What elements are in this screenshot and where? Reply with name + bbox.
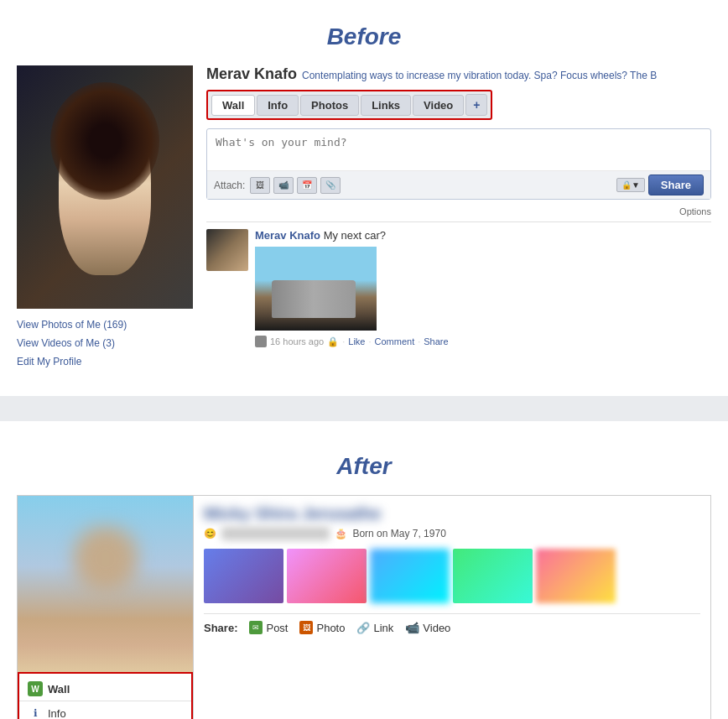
attach-label: Attach: xyxy=(214,180,245,191)
before-title: Before xyxy=(17,8,711,59)
photo-thumb-4[interactable] xyxy=(453,549,533,603)
attach-video-icon[interactable]: 📹 xyxy=(273,177,294,194)
view-photos-link[interactable]: View Photos of Me (169) xyxy=(17,315,193,334)
photos-strip xyxy=(204,549,700,603)
after-share-bar: Share: ✉ Post 🖼 Photo 🔗 Link 📹 Video xyxy=(204,613,700,634)
after-profile-photo xyxy=(18,496,193,672)
post-time-icon xyxy=(255,336,267,347)
post-like[interactable]: Like xyxy=(348,336,365,346)
lock-icon: 🔒 xyxy=(327,336,339,347)
photo-thumb-3[interactable] xyxy=(370,549,450,603)
after-title: After xyxy=(17,438,711,488)
after-name-row: Micky Shira Jerusathe xyxy=(204,504,700,524)
before-profile-name: Merav Knafo xyxy=(206,65,297,83)
tab-plus[interactable]: + xyxy=(465,94,487,116)
post-time: 16 hours ago xyxy=(270,336,324,346)
after-section: After W Wall ℹ Info 🖼 xyxy=(0,430,728,719)
after-meta-row: 😊 in a Relationship with 🎂 Born on May 7… xyxy=(204,527,700,540)
photo-thumb-5[interactable] xyxy=(536,549,616,603)
share-post-label: Post xyxy=(266,622,288,634)
relationship-icon: 😊 xyxy=(204,528,216,539)
wall-input[interactable] xyxy=(207,129,710,168)
photo-thumb-2[interactable] xyxy=(287,549,367,603)
edit-profile-link[interactable]: Edit My Profile xyxy=(17,352,193,371)
post-author-avatar xyxy=(206,229,248,271)
attach-link-icon[interactable]: 📎 xyxy=(320,177,341,194)
link-share-icon: 🔗 xyxy=(356,622,370,634)
before-nav-tabs: Wall Info Photos Links Video + xyxy=(206,90,492,120)
post-share[interactable]: Share xyxy=(424,336,448,346)
tab-photos[interactable]: Photos xyxy=(300,95,359,116)
share-link-label: Link xyxy=(373,622,393,634)
share-link-btn[interactable]: 🔗 Link xyxy=(356,622,393,634)
options-link[interactable]: Options xyxy=(206,206,711,216)
photo-thumb-1[interactable] xyxy=(204,549,283,603)
post-body: Merav Knafo My next car? 16 hours ago 🔒 … xyxy=(255,229,711,347)
after-sidebar: W Wall ℹ Info 🖼 Photos (139) 📄 Notes xyxy=(18,496,194,719)
before-profile-photo xyxy=(17,65,193,309)
post-comment[interactable]: Comment xyxy=(375,336,415,346)
blurred-face xyxy=(68,521,143,597)
post-share-icon: ✉ xyxy=(249,621,263,634)
section-divider xyxy=(0,396,728,421)
attach-event-icon[interactable]: 📅 xyxy=(297,177,317,194)
attach-area: Attach: 🖼 📹 📅 📎 xyxy=(214,177,341,194)
share-video-btn[interactable]: 📹 Video xyxy=(405,621,450,634)
tab-links[interactable]: Links xyxy=(361,95,411,116)
wall-nav-icon: W xyxy=(28,681,43,696)
wall-nav-label: Wall xyxy=(48,683,70,696)
photo-share-icon: 🖼 xyxy=(299,621,313,634)
post-card: Merav Knafo My next car? 16 hours ago 🔒 … xyxy=(206,221,711,354)
video-share-icon: 📹 xyxy=(405,621,419,634)
share-row: 🔒▼ Share xyxy=(616,175,704,195)
attach-icons: 🖼 📹 📅 📎 xyxy=(250,177,341,194)
share-post-btn[interactable]: ✉ Post xyxy=(249,621,288,634)
before-main-content: Merav Knafo Contemplating ways to increa… xyxy=(206,65,711,371)
wall-input-box: Attach: 🖼 📹 📅 📎 🔒▼ Share xyxy=(206,128,711,200)
share-video-label: Video xyxy=(423,622,450,634)
sidebar-links: View Photos of Me (169) View Videos of M… xyxy=(17,315,193,371)
share-photo-label: Photo xyxy=(316,622,345,634)
before-name-row: Merav Knafo Contemplating ways to increa… xyxy=(206,65,711,83)
attach-photo-icon[interactable]: 🖼 xyxy=(250,177,270,194)
before-section: Before View Photos of Me (169) View Vide… xyxy=(0,0,728,388)
post-meta: 16 hours ago 🔒 · Like · Comment · Share xyxy=(255,336,711,347)
tab-info[interactable]: Info xyxy=(257,95,299,116)
tab-video[interactable]: Video xyxy=(413,95,464,116)
before-sidebar: View Photos of Me (169) View Videos of M… xyxy=(17,65,193,371)
relationship-blurred: in a Relationship with xyxy=(221,527,330,540)
info-nav-icon: ℹ xyxy=(28,706,43,719)
after-nav-info[interactable]: ℹ Info xyxy=(19,701,191,719)
before-profile-layout: View Photos of Me (169) View Videos of M… xyxy=(17,65,711,371)
post-text: My next car? xyxy=(324,229,386,242)
wall-attach-row: Attach: 🖼 📹 📅 📎 🔒▼ Share xyxy=(207,170,710,199)
privacy-lock[interactable]: 🔒▼ xyxy=(616,178,645,192)
share-photo-btn[interactable]: 🖼 Photo xyxy=(299,621,345,634)
share-button[interactable]: Share xyxy=(648,175,704,195)
post-image xyxy=(255,247,377,331)
after-profile-name: Micky Shira Jerusathe xyxy=(204,504,381,524)
after-main-content: Micky Shira Jerusathe 😊 in a Relationshi… xyxy=(194,496,710,719)
post-header: Merav Knafo My next car? xyxy=(255,229,711,242)
view-videos-link[interactable]: View Videos of Me (3) xyxy=(17,334,193,352)
before-profile-status: Contemplating ways to increase my vibrat… xyxy=(302,70,711,81)
after-nav-wall[interactable]: W Wall xyxy=(19,677,191,701)
share-bar-label: Share: xyxy=(204,622,237,634)
after-nav-list: W Wall ℹ Info 🖼 Photos (139) 📄 Notes xyxy=(18,672,193,719)
after-profile-layout: W Wall ℹ Info 🖼 Photos (139) 📄 Notes xyxy=(17,495,711,719)
tab-wall[interactable]: Wall xyxy=(211,95,255,116)
born-label: Born on May 7, 1970 xyxy=(352,528,445,539)
post-author-name[interactable]: Merav Knafo xyxy=(255,229,320,242)
info-nav-label: Info xyxy=(48,707,66,720)
